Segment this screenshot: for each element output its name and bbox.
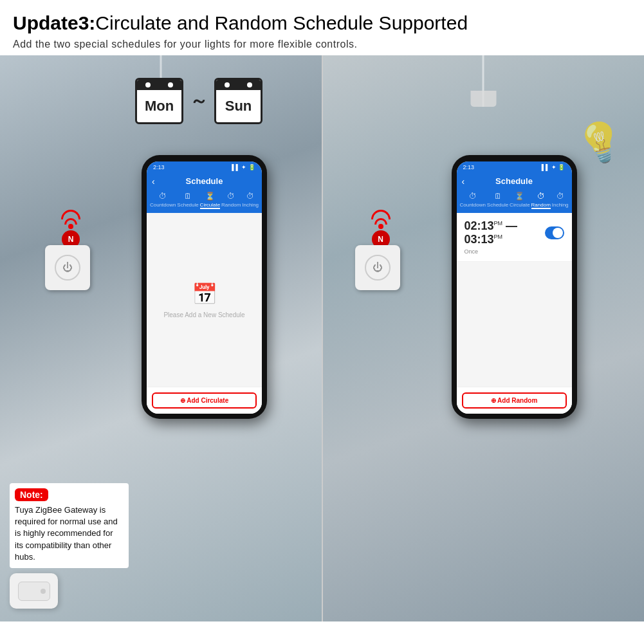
empty-text-left: Please Add a New Schedule xyxy=(163,311,244,318)
calendar-mon: Mon xyxy=(135,78,183,124)
right-panel: N ⏻ 2:13 ▌▌ ✦ 🔋 xyxy=(323,55,645,621)
countdown-icon-left: ⏱ xyxy=(159,192,167,201)
empty-icon-left: 📅 xyxy=(192,282,217,306)
calendar-sun: Sun xyxy=(214,78,262,124)
ring1 xyxy=(145,82,151,87)
tab-random-right[interactable]: ⏱ Random xyxy=(531,192,551,209)
tab-circulate-label-right: Circulate xyxy=(510,202,530,208)
title-rest: Circulate and Random Schedule Supported xyxy=(95,12,468,33)
ring3 xyxy=(225,82,230,87)
countdown-icon-right: ⏱ xyxy=(469,192,477,201)
tab-circulate-left[interactable]: ⏳ Circulate xyxy=(200,192,221,209)
header-title-right: Schedule xyxy=(495,176,533,186)
tab-schedule-label-left: Schedule xyxy=(177,202,198,208)
calendar-sun-top xyxy=(216,80,261,90)
note-label: Note: xyxy=(15,488,48,501)
ring2 xyxy=(168,82,173,87)
schedule-icon-left: 🗓 xyxy=(184,192,192,201)
ceiling-light-right xyxy=(483,55,484,107)
status-time-right: 2:13 xyxy=(463,164,475,170)
time-start: 02:13 xyxy=(465,219,494,232)
schedule-toggle[interactable] xyxy=(545,226,564,239)
phone-left: 2:13 ▌▌ ✦ 🔋 ‹ Schedule ⏱ Countdown xyxy=(142,155,267,419)
tab-random-label-right: Random xyxy=(531,202,551,208)
time-dash: — xyxy=(506,219,517,232)
calendar-sun-label: Sun xyxy=(216,90,261,122)
tab-countdown-label-left: Countdown xyxy=(150,202,176,208)
tab-circulate-right[interactable]: ⏳ Circulate xyxy=(510,192,530,209)
phone-left-body: 📅 Please Add a New Schedule xyxy=(147,213,262,387)
tab-circulate-label-left: Circulate xyxy=(200,202,221,208)
title-bold: Update3: xyxy=(13,12,95,33)
main-content: N ⏻ Mon ～ xyxy=(0,55,644,621)
inching-icon-left: ⏱ xyxy=(246,192,254,201)
note-section: Note: Tuya ZigBee Gateway is required fo… xyxy=(10,483,129,609)
back-button-right[interactable]: ‹ xyxy=(462,176,465,187)
circulate-icon-left: ⏳ xyxy=(205,192,215,201)
schedule-repeat: Once xyxy=(465,248,564,255)
schedule-icon-right: 🗓 xyxy=(494,192,502,201)
tab-random-label-left: Random xyxy=(221,202,241,208)
circulate-icon-right: ⏳ xyxy=(515,192,524,201)
back-button-left[interactable]: ‹ xyxy=(152,176,155,187)
random-icon-left: ⏱ xyxy=(227,192,235,201)
right-panel-content: N ⏻ 2:13 ▌▌ ✦ 🔋 xyxy=(323,55,645,621)
gateway-device xyxy=(10,573,58,609)
signal-icons-left: ▌▌ ✦ 🔋 xyxy=(232,164,255,170)
phone-left-header: ‹ Schedule xyxy=(147,173,262,189)
random-icon-right: ⏱ xyxy=(537,192,545,201)
ring4 xyxy=(247,82,252,87)
add-circulate-button[interactable]: ⊕ Add Circulate xyxy=(152,392,257,409)
page-subtitle: Add the two special schedules for your l… xyxy=(13,39,631,50)
lamp-decor: 💡 xyxy=(571,115,630,171)
tab-inching-label-right: Inching xyxy=(552,202,569,208)
page-header: Update3:Circulate and Random Schedule Su… xyxy=(0,0,644,55)
phone-right-tabs: ⏱ Countdown 🗓 Schedule ⏳ Circulate ⏱ xyxy=(457,189,572,213)
inching-icon-right: ⏱ xyxy=(557,192,564,201)
time-end: 03:13 xyxy=(465,233,494,246)
wall-switch-right: ⏻ xyxy=(355,245,400,290)
left-panel-content: N ⏻ Mon ～ xyxy=(0,55,322,621)
gateway-indicator xyxy=(41,589,46,594)
tab-countdown-left[interactable]: ⏱ Countdown xyxy=(150,192,176,209)
gateway-body xyxy=(18,582,50,601)
time-start-ampm: PM xyxy=(494,220,503,226)
calendar-mon-label: Mon xyxy=(137,90,181,122)
wifi-signal-right: N xyxy=(371,210,391,248)
tab-inching-right[interactable]: ⏱ Inching xyxy=(552,192,569,209)
time-end-ampm: PM xyxy=(494,234,503,240)
tab-schedule-right[interactable]: 🗓 Schedule xyxy=(487,192,508,209)
phone-right-screen: 2:13 ▌▌ ✦ 🔋 ‹ Schedule ⏱ Countdown xyxy=(457,161,572,414)
note-text: Tuya ZigBee Gateway is required for norm… xyxy=(15,504,124,563)
phone-left-footer: ⊕ Add Circulate xyxy=(147,387,262,414)
phone-left-tabs: ⏱ Countdown 🗓 Schedule ⏳ Circulate ⏱ xyxy=(147,189,262,213)
tab-random-left[interactable]: ⏱ Random xyxy=(221,192,241,209)
wall-switch-left: ⏻ xyxy=(45,245,90,290)
tab-inching-left[interactable]: ⏱ Inching xyxy=(242,192,259,209)
tilde-separator: ～ xyxy=(190,89,208,113)
header-title-left: Schedule xyxy=(186,176,223,186)
tab-schedule-label-right: Schedule xyxy=(487,202,508,208)
status-time-left: 2:13 xyxy=(153,164,165,170)
schedule-item: 02:13PM — 03:13PM Once xyxy=(457,213,572,262)
switch-inner-left: ⏻ xyxy=(55,255,80,281)
phone-right-body: 02:13PM — 03:13PM Once xyxy=(457,213,572,387)
phone-left-screen: 2:13 ▌▌ ✦ 🔋 ‹ Schedule ⏱ Countdown xyxy=(147,161,262,414)
phone-right-footer: ⊕ Add Random xyxy=(457,387,572,414)
phone-left-status: 2:13 ▌▌ ✦ 🔋 xyxy=(147,161,262,173)
page-title: Update3:Circulate and Random Schedule Su… xyxy=(13,12,631,35)
tab-countdown-right[interactable]: ⏱ Countdown xyxy=(459,192,485,209)
tab-inching-label-left: Inching xyxy=(242,202,259,208)
phone-right: 2:13 ▌▌ ✦ 🔋 ‹ Schedule ⏱ Countdown xyxy=(452,155,577,419)
phone-right-status: 2:13 ▌▌ ✦ 🔋 xyxy=(457,161,572,173)
switch-inner-right: ⏻ xyxy=(365,255,391,281)
left-panel: N ⏻ Mon ～ xyxy=(0,55,323,621)
tab-schedule-left[interactable]: 🗓 Schedule xyxy=(177,192,198,209)
add-random-button[interactable]: ⊕ Add Random xyxy=(462,392,567,409)
schedule-time-row: 02:13PM — 03:13PM xyxy=(465,219,564,246)
phone-right-header: ‹ Schedule xyxy=(457,173,572,189)
tab-countdown-label-right: Countdown xyxy=(459,202,485,208)
calendar-area: Mon ～ Sun xyxy=(135,78,262,124)
wifi-signal-left: N xyxy=(61,210,80,248)
calendar-mon-top xyxy=(137,80,181,90)
